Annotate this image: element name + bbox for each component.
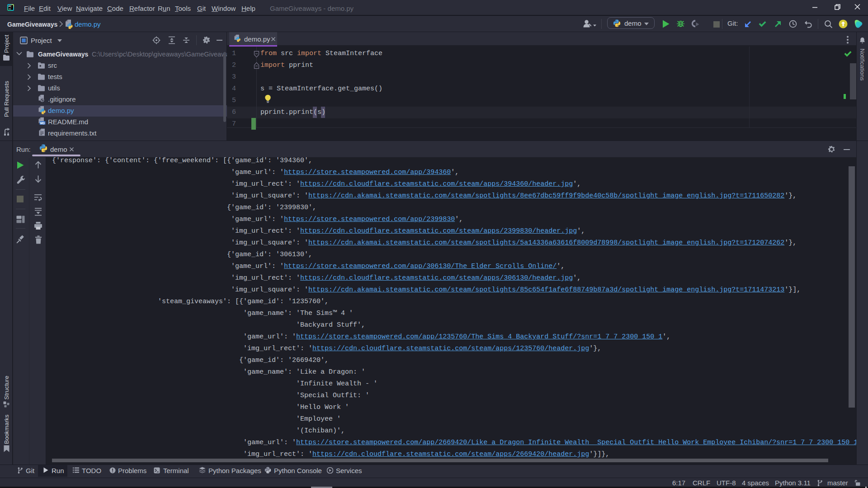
svg-text:MD: MD	[40, 122, 45, 125]
